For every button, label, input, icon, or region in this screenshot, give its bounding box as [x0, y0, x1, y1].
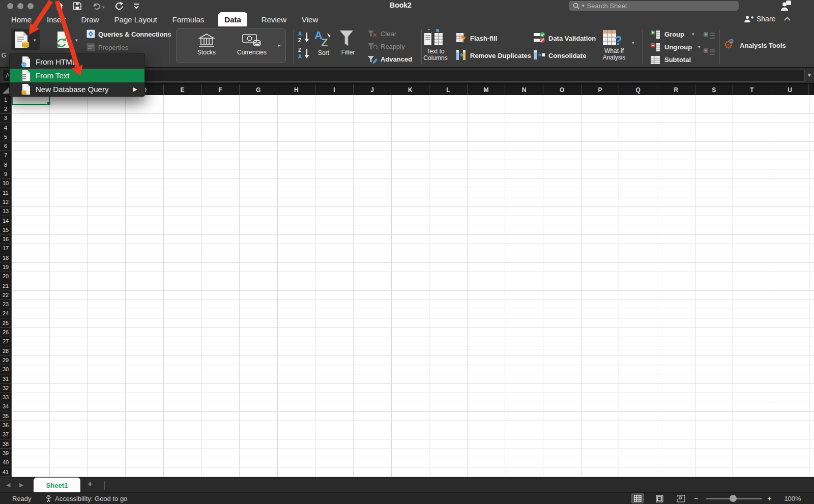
consolidate-button[interactable]: Consolidate	[548, 52, 586, 60]
row-header[interactable]: 37	[0, 430, 11, 439]
tab-view[interactable]: View	[301, 12, 319, 26]
row-header[interactable]: 22	[0, 290, 11, 300]
page-break-view-button[interactable]	[675, 493, 688, 503]
customize-quick-access-icon[interactable]	[133, 3, 140, 9]
home-icon[interactable]	[55, 2, 64, 11]
row-header[interactable]: 7	[0, 151, 11, 160]
row-header[interactable]: 14	[0, 216, 11, 225]
row-header[interactable]: 36	[0, 421, 11, 430]
share-button[interactable]: Share	[744, 15, 775, 23]
sort-descending-button[interactable]: ZA	[297, 47, 311, 60]
row-header[interactable]: 32	[0, 383, 11, 393]
column-header[interactable]: O	[543, 84, 582, 95]
queries-connections-button[interactable]: Queries & Connections	[98, 31, 171, 38]
column-header[interactable]: F	[201, 84, 240, 95]
row-header[interactable]: 31	[0, 374, 11, 383]
search-input[interactable]: ▾ Search Sheet	[569, 1, 739, 11]
row-header[interactable]: 30	[0, 365, 11, 374]
remove-duplicates-button[interactable]: Remove Duplicates	[470, 52, 531, 60]
row-header[interactable]: 5	[0, 132, 11, 141]
search-scope-caret-icon[interactable]: ▾	[582, 4, 585, 8]
undo-icon[interactable]	[92, 3, 101, 10]
flash-fill-button[interactable]: Flash-fill	[470, 35, 497, 42]
row-header[interactable]: 35	[0, 411, 11, 421]
subtotal-button[interactable]: Subtotal	[664, 56, 691, 64]
row-header[interactable]: 40	[0, 458, 11, 467]
row-header[interactable]: 16	[0, 234, 11, 244]
minimize-window-button[interactable]	[17, 3, 23, 9]
zoom-window-button[interactable]	[27, 3, 34, 9]
menu-item-from-text[interactable]: From Text	[10, 69, 144, 82]
advanced-filter-button[interactable]: Advanced	[381, 55, 412, 63]
what-if-analysis-button[interactable]: ? What-if Analysis	[602, 29, 626, 65]
row-header[interactable]: 18	[0, 253, 11, 262]
tab-draw[interactable]: Draw	[80, 12, 100, 26]
save-icon[interactable]	[73, 2, 81, 10]
row-header[interactable]: 24	[0, 309, 11, 318]
refresh-button[interactable]: ▾	[52, 29, 81, 50]
row-header[interactable]: 9	[0, 169, 11, 179]
tab-data[interactable]: Data	[218, 12, 247, 26]
column-header[interactable]: L	[429, 84, 468, 95]
fill-handle[interactable]	[47, 102, 51, 106]
currencies-button[interactable]: Currencies	[229, 31, 274, 61]
row-header[interactable]: 25	[0, 318, 11, 328]
row-header[interactable]: 21	[0, 281, 11, 290]
row-header[interactable]: 17	[0, 244, 11, 253]
accessibility-status[interactable]: Accessibility: Good to go	[55, 495, 127, 502]
column-header[interactable]: S	[695, 84, 734, 95]
what-if-caret-icon[interactable]: ▾	[632, 41, 634, 45]
show-detail-icon[interactable]	[703, 32, 715, 41]
ungroup-button[interactable]: Ungroup	[664, 43, 692, 51]
column-header[interactable]: G	[240, 84, 278, 95]
column-header[interactable]: Q	[619, 84, 657, 95]
group-button[interactable]: Group	[664, 31, 684, 38]
row-header[interactable]: 27	[0, 337, 11, 346]
zoom-level[interactable]: 100%	[779, 495, 806, 502]
zoom-slider-knob[interactable]	[730, 495, 737, 502]
undo-caret-icon[interactable]: ▾	[102, 5, 105, 10]
normal-view-button[interactable]	[631, 493, 644, 503]
get-external-data-button[interactable]: ▾	[11, 29, 40, 50]
column-header[interactable]: N	[505, 84, 543, 95]
row-header[interactable]: 19	[0, 262, 11, 272]
column-header[interactable]: R	[657, 84, 695, 95]
row-header[interactable]: 3	[0, 114, 11, 123]
row-header[interactable]: 13	[0, 207, 11, 216]
hide-detail-icon[interactable]	[703, 48, 715, 57]
column-header[interactable]: J	[354, 84, 392, 95]
ungroup-caret-icon[interactable]: ▾	[698, 45, 701, 49]
column-header[interactable]: H	[277, 84, 315, 95]
row-header[interactable]: 4	[0, 123, 11, 132]
filter-button[interactable]: Filter	[338, 29, 358, 65]
row-header[interactable]: 26	[0, 328, 11, 337]
row-header[interactable]: 11	[0, 188, 11, 197]
sort-button[interactable]: AZ Sort	[313, 29, 334, 65]
sheet-nav-right-icon[interactable]: ▶	[19, 482, 23, 488]
group-caret-icon[interactable]: ▾	[692, 32, 694, 37]
column-header[interactable]: U	[771, 84, 809, 95]
close-window-button[interactable]	[7, 3, 13, 9]
column-header[interactable]: I	[315, 84, 354, 95]
text-to-columns-button[interactable]: Text to Columns	[423, 29, 448, 65]
tab-formulas[interactable]: Formulas	[171, 12, 206, 26]
sheet-tab-sheet1[interactable]: Sheet1	[34, 478, 80, 493]
page-layout-view-button[interactable]	[653, 493, 666, 503]
menu-item-new-database-query[interactable]: New Database Query ▶	[10, 82, 144, 96]
row-header[interactable]: 33	[0, 393, 11, 402]
analysis-tools-button[interactable]: ⚙ ⚙ Analysis Tools	[724, 40, 786, 51]
row-header[interactable]: 28	[0, 346, 11, 355]
tab-insert[interactable]: Insert	[46, 12, 67, 26]
row-header[interactable]: 2	[0, 104, 11, 113]
row-header[interactable]: 38	[0, 439, 11, 449]
row-header[interactable]: 1	[0, 95, 11, 104]
data-types-more-icon[interactable]: ▸	[278, 43, 281, 48]
row-header[interactable]: 12	[0, 197, 11, 206]
row-header[interactable]: 34	[0, 402, 11, 411]
sort-ascending-button[interactable]: AZ	[297, 31, 311, 44]
column-header[interactable]: P	[582, 84, 620, 95]
row-header[interactable]: 29	[0, 355, 11, 365]
grid-cells[interactable]	[12, 95, 814, 477]
zoom-in-button[interactable]: +	[767, 494, 772, 502]
row-header[interactable]: 23	[0, 300, 11, 309]
